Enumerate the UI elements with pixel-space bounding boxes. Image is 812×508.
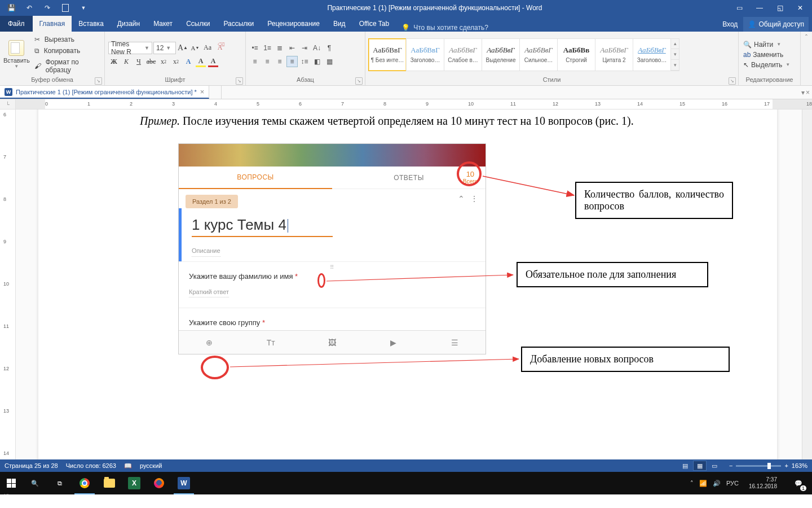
close-icon[interactable]: ✕ <box>791 1 810 15</box>
dialog-launcher-icon[interactable]: ↘ <box>95 77 102 85</box>
show-marks-button[interactable]: ¶ <box>324 42 335 54</box>
task-view-button[interactable]: ⧉ <box>47 472 72 494</box>
search-button[interactable]: 🔍 <box>23 472 47 494</box>
tabstrip-close-icon[interactable]: × <box>806 89 810 97</box>
vertical-ruler[interactable]: 678910111213141516171819202122232425 <box>0 110 16 459</box>
decrease-indent-button[interactable]: ⇤ <box>286 42 298 54</box>
zoom-control[interactable]: − + 163% <box>729 462 807 469</box>
align-left-button[interactable]: ≡ <box>249 56 261 67</box>
volume-icon[interactable]: 🔊 <box>713 480 721 487</box>
style-item[interactable]: АаБбВвГЗаголово… <box>633 38 671 71</box>
styles-gallery[interactable]: АаБбВвГ¶ Без инте…АаБбВвГЗаголово…АаБбВв… <box>369 38 679 71</box>
tab-layout[interactable]: Макет <box>147 16 179 32</box>
tab-mailings[interactable]: Рассылки <box>217 16 261 32</box>
document-canvas[interactable]: Пример. После изучения темы скажем четве… <box>16 110 802 459</box>
copy-button[interactable]: Копировать <box>32 46 101 56</box>
highlight-button[interactable]: A <box>195 56 206 68</box>
undo-icon[interactable]: ↶ <box>21 1 37 15</box>
zoom-out-icon[interactable]: − <box>729 462 732 469</box>
style-item[interactable]: АаБбВвГВыделение <box>482 38 520 71</box>
style-item[interactable]: АаБбВвГСлабое в… <box>444 38 482 71</box>
word-count[interactable]: Число слов: 6263 <box>66 462 116 469</box>
sort-button[interactable]: A↓ <box>311 42 323 54</box>
style-item[interactable]: АаБбВвГЗаголово… <box>406 38 444 71</box>
font-color-button[interactable]: A <box>208 56 219 68</box>
zoom-value[interactable]: 163% <box>792 462 807 469</box>
text-effects-button[interactable]: A <box>183 56 194 68</box>
vertical-scrollbar[interactable] <box>802 110 812 459</box>
redo-icon[interactable]: ↷ <box>39 1 55 15</box>
cut-button[interactable]: Вырезать <box>32 34 101 45</box>
style-item[interactable]: АаБбВвГЦитата 2 <box>595 38 633 71</box>
ribbon-options-icon[interactable]: ▭ <box>730 1 749 15</box>
word-taskbar-button[interactable]: W <box>171 472 196 494</box>
italic-button[interactable]: К <box>121 56 132 68</box>
tab-officetab[interactable]: Office Tab <box>352 16 396 32</box>
tab-design[interactable]: Дизайн <box>111 16 147 32</box>
justify-button[interactable]: ≡ <box>286 56 298 67</box>
font-name-combo[interactable]: Times New R▼ <box>108 42 152 54</box>
replace-button[interactable]: abЗаменить <box>742 50 791 59</box>
horizontal-ruler[interactable]: └ 01234567891011121314151617181920 <box>0 99 812 110</box>
excel-taskbar-button[interactable]: X <box>122 472 147 494</box>
tell-me-search[interactable]: 💡 Что вы хотите сделать? <box>396 24 494 32</box>
superscript-button[interactable]: x2 <box>170 56 182 68</box>
find-button[interactable]: 🔍Найти▼ <box>742 40 791 49</box>
start-button[interactable] <box>0 472 23 494</box>
bullets-button[interactable]: •≡ <box>249 42 261 54</box>
multilevel-button[interactable]: ≣ <box>274 42 285 54</box>
web-layout-button[interactable]: ▭ <box>708 461 721 471</box>
shrink-font-button[interactable]: A▼ <box>189 42 201 54</box>
action-center-button[interactable]: 💬1 <box>787 472 810 494</box>
firefox-taskbar-button[interactable] <box>147 472 171 494</box>
tab-home[interactable]: Главная <box>33 16 72 32</box>
tabstrip-menu-icon[interactable]: ▾ <box>801 89 805 97</box>
increase-indent-button[interactable]: ⇥ <box>299 42 310 54</box>
read-mode-button[interactable]: ▤ <box>678 461 692 471</box>
page-indicator[interactable]: Страница 25 из 28 <box>5 462 58 469</box>
chrome-taskbar-button[interactable] <box>72 472 97 494</box>
maximize-icon[interactable]: ◱ <box>770 1 789 15</box>
language-indicator[interactable]: русский <box>140 462 162 469</box>
dialog-launcher-icon[interactable]: ↘ <box>236 77 243 85</box>
share-button[interactable]: 👤 Общий доступ <box>743 17 809 32</box>
underline-button[interactable]: Ч <box>133 56 144 68</box>
align-center-button[interactable]: ≡ <box>262 56 273 67</box>
strike-button[interactable]: abc <box>145 56 157 68</box>
subscript-button[interactable]: x2 <box>158 56 169 68</box>
file-tab[interactable]: Файл <box>0 16 33 32</box>
align-right-button[interactable]: ≡ <box>274 56 285 67</box>
zoom-in-icon[interactable]: + <box>784 462 788 469</box>
styles-more-button[interactable]: ▴▾▾ <box>670 38 679 71</box>
spellcheck-icon[interactable]: 📖 <box>124 462 132 470</box>
numbering-button[interactable]: 1≡ <box>262 42 273 54</box>
tab-view[interactable]: Вид <box>326 16 352 32</box>
clear-formatting-button[interactable]: A⌫ <box>214 42 226 54</box>
qat-customize-icon[interactable]: ▼ <box>76 1 91 15</box>
explorer-taskbar-button[interactable] <box>97 472 122 494</box>
line-spacing-button[interactable]: ↕≡ <box>299 56 310 67</box>
zoom-slider[interactable] <box>736 465 781 467</box>
minimize-icon[interactable]: — <box>750 1 769 15</box>
tab-insert[interactable]: Вставка <box>72 16 111 32</box>
network-icon[interactable]: 📶 <box>699 480 707 487</box>
document-tab[interactable]: W Практические 1 (1) [Режим ограниченной… <box>0 86 209 99</box>
style-item[interactable]: АаБбВвГСильное… <box>519 38 558 71</box>
change-case-button[interactable]: Aa <box>202 42 213 54</box>
clock[interactable]: 7:37 16.12.2018 <box>744 476 782 490</box>
borders-button[interactable]: ▦ <box>324 56 335 67</box>
font-size-combo[interactable]: 12▼ <box>153 42 176 54</box>
close-tab-icon[interactable]: × <box>200 87 205 96</box>
input-language[interactable]: РУС <box>726 480 739 487</box>
style-item[interactable]: АаБбВвГ¶ Без инте… <box>368 38 407 71</box>
shading-button[interactable]: ◧ <box>311 56 323 67</box>
tab-references[interactable]: Ссылки <box>179 16 217 32</box>
new-doc-icon[interactable] <box>62 4 69 12</box>
tab-selector[interactable]: └ <box>0 99 16 109</box>
grow-font-button[interactable]: A▲ <box>177 42 188 54</box>
format-painter-button[interactable]: Формат по образцу <box>32 57 101 75</box>
print-layout-button[interactable]: ▦ <box>693 461 707 471</box>
save-icon[interactable]: 💾 <box>3 1 19 15</box>
collapse-ribbon-button[interactable]: ˆ <box>801 32 812 85</box>
dialog-launcher-icon[interactable]: ↘ <box>355 77 363 85</box>
